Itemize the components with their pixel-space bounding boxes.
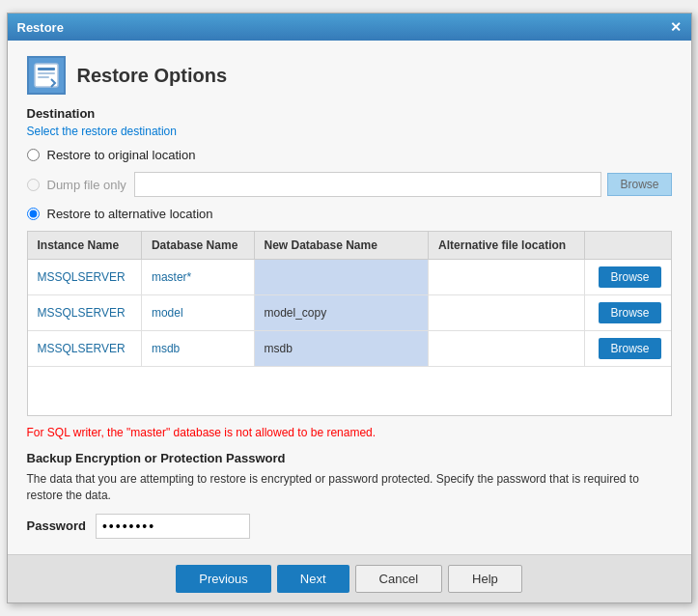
encryption-description: The data that you are attempting to rest… — [27, 471, 672, 504]
close-button[interactable]: ✕ — [670, 19, 682, 35]
row2-newdb[interactable]: model_copy — [254, 295, 429, 331]
row3-database: msdb — [141, 331, 254, 367]
header-row: Restore Options — [27, 56, 672, 95]
password-input[interactable] — [96, 514, 250, 539]
password-row: Password — [27, 514, 672, 539]
row1-browse-cell: Browse — [584, 260, 670, 295]
restore-table: Instance Name Database Name New Database… — [28, 232, 671, 415]
table-row: MSSQLSERVER master* Browse — [28, 260, 671, 295]
svg-rect-1 — [38, 68, 55, 70]
encryption-title: Backup Encryption or Protection Password — [27, 451, 672, 465]
col-newdb: New Database Name — [254, 232, 429, 260]
row3-altloc — [429, 331, 585, 367]
dialog-title: Restore — [17, 20, 64, 35]
title-bar: Restore ✕ — [8, 14, 691, 41]
option-original-label[interactable]: Restore to original location — [47, 148, 196, 162]
option-alternative-row: Restore to alternative location — [27, 207, 672, 221]
svg-rect-3 — [38, 76, 49, 78]
cancel-button[interactable]: Cancel — [355, 565, 442, 593]
svg-rect-2 — [38, 72, 55, 74]
table-row: MSSQLSERVER model model_copy Browse — [28, 295, 671, 331]
previous-button[interactable]: Previous — [176, 565, 271, 593]
col-altloc: Alternative file location — [429, 232, 585, 260]
row2-browse-cell: Browse — [584, 295, 670, 331]
row3-browse-cell: Browse — [584, 331, 670, 367]
row3-newdb[interactable]: msdb — [254, 331, 429, 367]
row3-instance: MSSQLSERVER — [28, 331, 142, 367]
option-original-row: Restore to original location — [27, 148, 672, 162]
row1-instance: MSSQLSERVER — [28, 260, 142, 295]
footer: Previous Next Cancel Help — [8, 554, 691, 602]
row1-database: master* — [141, 260, 254, 295]
row1-altloc — [429, 260, 585, 295]
destination-title: Destination — [27, 106, 672, 121]
col-browse — [584, 232, 670, 260]
dialog-content: Restore Options Destination Select the r… — [8, 41, 691, 553]
row3-browse-button[interactable]: Browse — [599, 338, 660, 359]
option-dump-radio[interactable] — [27, 179, 40, 191]
next-button[interactable]: Next — [277, 565, 349, 593]
option-alternative-label[interactable]: Restore to alternative location — [47, 207, 213, 221]
row1-newdb[interactable] — [254, 260, 429, 295]
table-row: MSSQLSERVER msdb msdb Browse — [28, 331, 671, 367]
encryption-section: Backup Encryption or Protection Password… — [27, 451, 672, 539]
row2-database: model — [141, 295, 254, 331]
row2-instance: MSSQLSERVER — [28, 295, 142, 331]
restore-table-container: Instance Name Database Name New Database… — [27, 231, 672, 416]
password-label: Password — [27, 518, 86, 533]
col-database: Database Name — [141, 232, 254, 260]
col-instance: Instance Name — [28, 232, 142, 260]
help-button[interactable]: Help — [448, 565, 522, 593]
option-dump-label[interactable]: Dump file only — [47, 178, 126, 192]
page-title: Restore Options — [77, 65, 228, 87]
dump-browse-button[interactable]: Browse — [607, 173, 671, 196]
row1-newdb-input[interactable] — [265, 270, 419, 284]
restore-icon — [27, 56, 66, 95]
option-dump-row: Dump file only Browse — [27, 172, 672, 197]
row2-altloc — [429, 295, 585, 331]
row2-browse-button[interactable]: Browse — [599, 302, 660, 323]
table-empty-row — [28, 367, 671, 415]
destination-subtitle: Select the restore destination — [27, 125, 672, 138]
dump-file-input[interactable] — [134, 172, 602, 197]
warning-text: For SQL writer, the "master" database is… — [27, 426, 672, 439]
option-alternative-radio[interactable] — [27, 208, 40, 220]
row1-browse-button[interactable]: Browse — [599, 266, 660, 288]
restore-dialog: Restore ✕ Restore Options Destination Se… — [7, 13, 692, 602]
option-original-radio[interactable] — [27, 149, 40, 161]
destination-section: Destination Select the restore destinati… — [27, 106, 672, 416]
